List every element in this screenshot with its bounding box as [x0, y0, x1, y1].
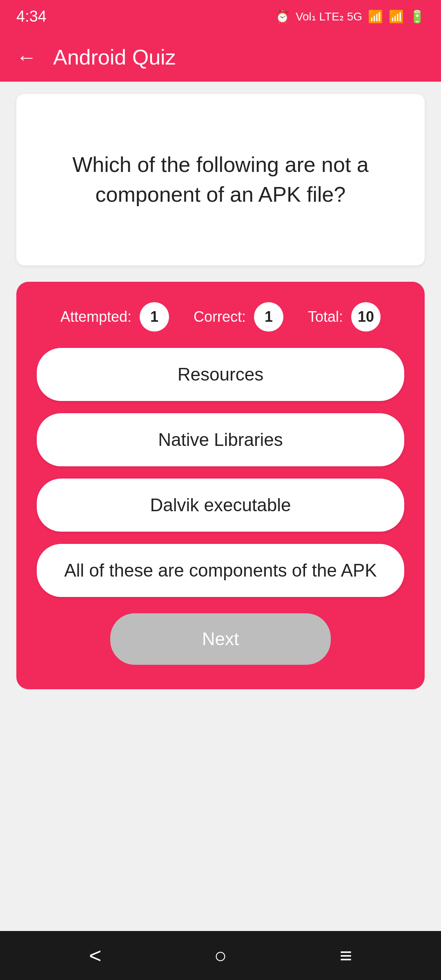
answer-option-3[interactable]: Dalvik executable — [37, 479, 404, 532]
total-value: 10 — [351, 302, 381, 332]
alarm-icon: ⏰ — [275, 9, 290, 24]
status-time: 4:34 — [16, 8, 47, 25]
correct-stat: Correct: 1 — [194, 302, 283, 332]
nav-home-button[interactable]: ○ — [214, 943, 227, 968]
bottom-nav: < ○ ≡ — [0, 931, 441, 980]
answer-option-2[interactable]: Native Libraries — [37, 413, 404, 466]
nav-menu-button[interactable]: ≡ — [340, 943, 352, 968]
signal2-icon: 📶 — [389, 9, 404, 24]
signal-icon: Vol₁ LTE₂ 5G — [296, 10, 362, 23]
total-label: Total: — [308, 308, 343, 325]
question-card: Which of the following are not a compone… — [16, 94, 425, 265]
attempted-label: Attempted: — [60, 308, 131, 325]
question-text: Which of the following are not a compone… — [41, 150, 400, 209]
status-icons: ⏰ Vol₁ LTE₂ 5G 📶 📶 🔋 — [275, 9, 425, 24]
attempted-stat: Attempted: 1 — [60, 302, 169, 332]
back-button[interactable]: ← — [16, 45, 37, 69]
status-bar: 4:34 ⏰ Vol₁ LTE₂ 5G 📶 📶 🔋 — [0, 0, 441, 33]
nav-back-button[interactable]: < — [89, 943, 101, 968]
attempted-value: 1 — [140, 302, 169, 332]
stats-row: Attempted: 1 Correct: 1 Total: 10 — [37, 302, 404, 332]
battery-icon: 🔋 — [410, 9, 425, 24]
app-title: Android Quiz — [53, 45, 176, 69]
main-content: Which of the following are not a compone… — [0, 82, 441, 931]
correct-label: Correct: — [194, 308, 246, 325]
wifi-icon: 📶 — [368, 9, 383, 24]
answer-option-4[interactable]: All of these are components of the APK — [37, 544, 404, 597]
next-button[interactable]: Next — [110, 613, 331, 665]
total-stat: Total: 10 — [308, 302, 381, 332]
correct-value: 1 — [254, 302, 283, 332]
app-bar: ← Android Quiz — [0, 33, 441, 82]
answer-option-1[interactable]: Resources — [37, 348, 404, 401]
quiz-panel: Attempted: 1 Correct: 1 Total: 10 Resour… — [16, 282, 425, 689]
